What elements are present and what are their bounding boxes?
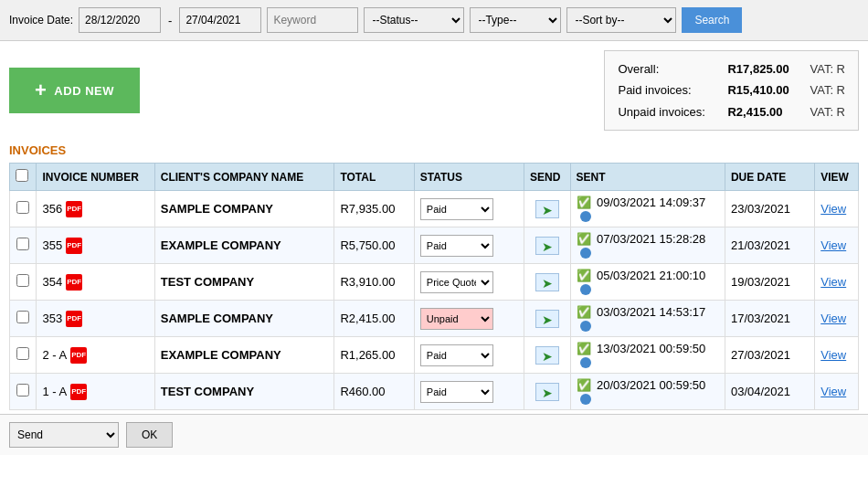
status-cell: Paid Unpaid Price Quote: [414, 191, 524, 227]
view-link-1[interactable]: View: [820, 238, 846, 252]
due-date-text: 03/04/2021: [731, 385, 790, 398]
search-button[interactable]: Search: [682, 7, 742, 33]
status-dropdown-1[interactable]: Paid Unpaid Price Quote: [420, 235, 493, 257]
status-cell: Paid Unpaid Price Quote: [414, 227, 524, 264]
sent-cell: ✅ 07/03/2021 15:28:28: [570, 227, 725, 264]
due-date-text: 27/03/2021: [731, 348, 790, 362]
table-row: 354 PDF TEST COMPANY R3,910.00 Paid Unpa…: [10, 264, 859, 301]
info-dot-icon[interactable]: [580, 248, 591, 259]
unpaid-label: Unpaid invoices:: [618, 101, 718, 122]
due-date-cell: 21/03/2021: [725, 227, 814, 264]
send-arrow-icon[interactable]: ➤: [535, 200, 559, 218]
sent-date-text: 07/03/2021 15:28:28: [597, 232, 705, 246]
due-date-text: 21/03/2021: [731, 238, 790, 252]
info-dot-icon[interactable]: [580, 357, 591, 368]
status-dropdown-3[interactable]: Paid Unpaid Price Quote: [420, 308, 493, 330]
status-dropdown-2[interactable]: Paid Unpaid Price Quote: [420, 271, 493, 293]
row-checkbox-5[interactable]: [16, 384, 29, 397]
sent-date-text: 20/03/2021 00:59:50: [597, 378, 705, 392]
bottom-bar: Send Delete Mark Paid OK: [0, 414, 868, 455]
date-from-input[interactable]: [79, 7, 161, 33]
paid-label: Paid invoices:: [618, 79, 718, 100]
bulk-action-select[interactable]: Send Delete Mark Paid: [9, 422, 119, 448]
pdf-icon[interactable]: PDF: [70, 384, 87, 400]
status-dropdown-5[interactable]: Paid Unpaid Price Quote: [420, 381, 493, 403]
row-checkbox-0[interactable]: [16, 201, 29, 214]
view-link-0[interactable]: View: [820, 202, 846, 216]
invoice-date-label: Invoice Date:: [9, 14, 73, 26]
unpaid-vat: VAT: R: [810, 101, 845, 122]
send-arrow-icon[interactable]: ➤: [535, 383, 559, 401]
paid-value: R15,410.00: [727, 79, 800, 100]
info-dot-icon[interactable]: [580, 284, 591, 295]
pdf-icon[interactable]: PDF: [66, 311, 82, 327]
view-cell: View: [815, 264, 859, 301]
status-dropdown-4[interactable]: Paid Unpaid Price Quote: [420, 344, 493, 366]
row-checkbox-cell: [10, 301, 37, 337]
send-cell: ➤: [524, 227, 570, 264]
view-link-5[interactable]: View: [820, 385, 846, 398]
table-row: 353 PDF SAMPLE COMPANY R2,415.00 Paid Un…: [10, 301, 859, 337]
header-sent: SENT: [570, 164, 725, 191]
send-arrow-icon[interactable]: ➤: [535, 346, 559, 365]
company-name-cell: SAMPLE COMPANY: [154, 301, 334, 337]
info-dot-icon[interactable]: [580, 394, 591, 405]
table-row: 356 PDF SAMPLE COMPANY R7,935.00 Paid Un…: [10, 191, 859, 227]
keyword-input[interactable]: [267, 7, 358, 33]
due-date-cell: 23/03/2021: [725, 191, 814, 227]
sent-date-text: 05/03/2021 21:00:10: [597, 269, 705, 282]
total-cell: R2,415.00: [334, 301, 414, 337]
header-view: VIEW: [815, 164, 859, 191]
total-cell: R460.00: [334, 374, 414, 410]
view-link-2[interactable]: View: [820, 275, 846, 289]
pdf-icon[interactable]: PDF: [66, 238, 82, 254]
view-cell: View: [815, 301, 859, 337]
send-arrow-icon[interactable]: ➤: [535, 310, 559, 328]
total-cell: R5,750.00: [334, 227, 414, 264]
add-new-label: ADD NEW: [54, 84, 114, 98]
total-cell: R3,910.00: [334, 264, 414, 301]
ok-button[interactable]: OK: [126, 422, 173, 448]
table-row: 2 - A PDF EXAMPLE COMPANY R1,265.00 Paid…: [10, 337, 859, 374]
row-checkbox-2[interactable]: [16, 274, 29, 287]
status-dropdown-0[interactable]: Paid Unpaid Price Quote: [420, 198, 493, 220]
select-all-checkbox[interactable]: [16, 169, 28, 182]
info-dot-icon[interactable]: [580, 211, 591, 222]
info-dot-icon[interactable]: [580, 321, 591, 332]
paid-vat: VAT: R: [810, 79, 845, 100]
company-name-cell: EXAMPLE COMPANY: [154, 227, 334, 264]
total-value: R5,750.00: [340, 238, 395, 252]
sent-check-icon: ✅: [577, 232, 591, 246]
invoice-number-text: 2 - A: [42, 348, 67, 362]
send-cell: ➤: [524, 337, 570, 374]
view-cell: View: [815, 374, 859, 410]
view-link-4[interactable]: View: [820, 348, 846, 362]
row-checkbox-1[interactable]: [16, 238, 29, 250]
add-new-button[interactable]: + ADD NEW: [9, 68, 140, 113]
type-select[interactable]: --Type-- Invoice Quote: [470, 7, 561, 33]
row-checkbox-3[interactable]: [16, 311, 29, 323]
pdf-icon[interactable]: PDF: [66, 274, 82, 291]
sort-select[interactable]: --Sort by-- Date Amount Company: [566, 7, 676, 33]
view-link-3[interactable]: View: [820, 312, 846, 325]
sent-cell: ✅ 09/03/2021 14:09:37: [570, 191, 725, 227]
action-bar: + ADD NEW Overall: R17,825.00 VAT: R Pai…: [0, 41, 868, 136]
row-checkbox-4[interactable]: [16, 347, 29, 360]
status-select[interactable]: --Status-- Paid Unpaid Price Quote: [364, 7, 464, 33]
status-cell: Paid Unpaid Price Quote: [414, 264, 524, 301]
date-to-input[interactable]: [179, 7, 261, 33]
company-name-text: SAMPLE COMPANY: [161, 312, 273, 325]
overall-vat: VAT: R: [810, 58, 845, 79]
header-due-date: DUE DATE: [725, 164, 814, 191]
pdf-icon[interactable]: PDF: [70, 347, 87, 364]
pdf-icon[interactable]: PDF: [66, 201, 82, 217]
company-name-text: EXAMPLE COMPANY: [161, 348, 281, 362]
header-checkbox-col: [10, 164, 37, 191]
company-name-cell: EXAMPLE COMPANY: [154, 337, 334, 374]
due-date-text: 19/03/2021: [731, 275, 790, 289]
send-arrow-icon[interactable]: ➤: [535, 273, 559, 291]
view-cell: View: [815, 227, 859, 264]
send-arrow-icon[interactable]: ➤: [535, 237, 559, 255]
sent-check-icon: ✅: [577, 196, 591, 209]
company-name-text: TEST COMPANY: [161, 385, 254, 398]
